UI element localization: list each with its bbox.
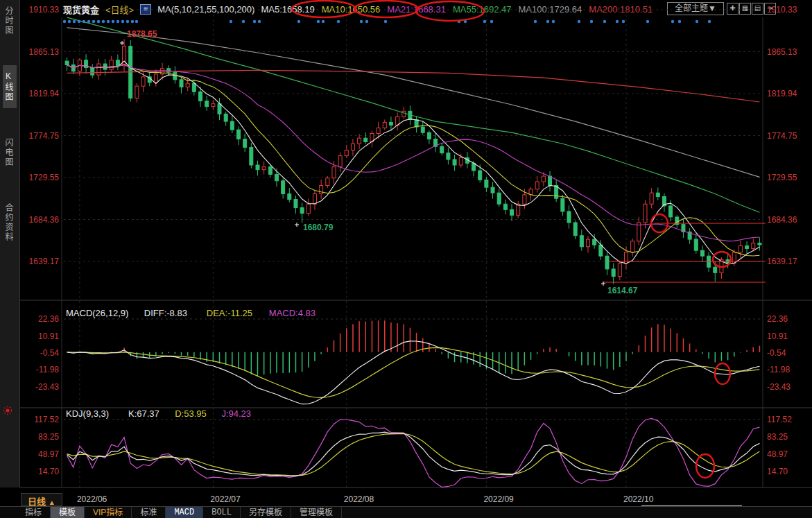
candle-body — [662, 197, 666, 206]
tab-指标[interactable]: 指标 — [17, 507, 51, 518]
candle-body — [237, 130, 241, 139]
chart-panel-icon[interactable]: ▦ — [739, 3, 751, 15]
candle-body — [199, 92, 202, 101]
signal-dot — [490, 20, 493, 23]
tab-标准[interactable]: 标准 — [132, 507, 166, 518]
theme-select-button[interactable]: 全部主题▼ — [667, 2, 724, 15]
candle-body — [396, 116, 399, 125]
signal-dot — [63, 20, 66, 23]
chart-canvas[interactable]: 1910.331910.331865.131865.131819.941819.… — [0, 0, 812, 518]
date-label: 2022/10 — [623, 494, 654, 504]
candle-body — [129, 46, 132, 98]
ma-line-MA55 — [67, 17, 760, 212]
axis-label: -0.54 — [767, 348, 786, 358]
axis-label: 14.70 — [767, 467, 788, 476]
tab-管理模板[interactable]: 管理模板 — [291, 507, 342, 518]
candle-body — [542, 176, 545, 182]
signal-dot — [230, 20, 232, 23]
indicator-legend: MACD(26,12,9) — [66, 308, 128, 318]
candle-body — [517, 204, 520, 215]
axis-label: 1819.94 — [767, 89, 797, 98]
axis-label: -23.43 — [35, 382, 59, 392]
axis-label: -11.98 — [36, 365, 59, 374]
period-select-button[interactable]: 日线 ▲ — [21, 493, 62, 506]
signal-dot — [590, 20, 593, 23]
candle-body — [218, 104, 221, 114]
indicator-legend: D:53.95 — [175, 408, 207, 419]
tab-模板[interactable]: 模板 — [51, 507, 85, 518]
chart-header: 现货黄金 <日线> ≋ MA(5,10,21,55,100,200) MA5:1… — [63, 2, 653, 16]
candle-body — [688, 232, 691, 239]
signal-dot — [107, 20, 110, 23]
candle-body — [726, 260, 729, 264]
trading-app-window: { "header": { "title": "现货黄金", "period":… — [0, 0, 812, 518]
candle-body — [205, 101, 209, 107]
signal-dot — [322, 20, 325, 23]
ma-value: MA200:1810.51 — [589, 4, 653, 15]
ma-line-MA21 — [67, 64, 760, 241]
axis-label: 48.97 — [38, 449, 59, 459]
candle-body — [758, 243, 761, 245]
signal-dot — [121, 20, 124, 23]
crosshair-icon[interactable]: ✚ — [727, 3, 738, 15]
sidebar-item-K线图[interactable]: K线图 — [3, 65, 17, 108]
candlestick-mini-icon[interactable]: ≋ — [140, 4, 151, 15]
period-button-label: 日线 — [28, 497, 46, 507]
candle-body — [593, 239, 596, 245]
kdj-layer — [67, 418, 760, 487]
axis-label: 22.36 — [38, 314, 59, 324]
left-sidebar: 分时图K线图闪电图合约资料 — [0, 0, 20, 487]
tab-MACD[interactable]: MACD — [166, 507, 203, 518]
candle-body — [402, 111, 406, 116]
candle-body — [656, 193, 659, 196]
signal-dot — [73, 20, 76, 23]
candle-body — [294, 200, 297, 208]
candle-body — [669, 206, 673, 217]
tab-VIP指标[interactable]: VIP指标 — [85, 507, 132, 518]
signal-dot — [678, 20, 681, 23]
sidebar-item-闪电图[interactable]: 闪电图 — [3, 132, 17, 173]
candle-body — [694, 239, 698, 250]
ma-value: MA10:1650.56 — [322, 4, 381, 15]
axis-label: 10.91 — [767, 331, 788, 341]
hand-drawn-circle — [651, 214, 668, 232]
candle-body — [180, 80, 183, 87]
candle-body — [561, 198, 564, 211]
candle-body — [605, 256, 609, 269]
tab-另存模板[interactable]: 另存模板 — [241, 507, 291, 518]
candle-body — [555, 185, 558, 198]
candle-body — [510, 209, 514, 215]
signal-dot — [622, 20, 625, 23]
candle-body — [485, 180, 488, 187]
candle-body — [326, 178, 329, 186]
signal-dot — [317, 20, 320, 23]
candle-body — [440, 146, 444, 153]
zoom-range-indicator[interactable] — [641, 505, 742, 506]
ma-value: MA100:1729.64 — [519, 4, 582, 15]
exit-icon[interactable]: ⇥ — [764, 3, 776, 15]
candle-body — [161, 69, 164, 74]
indicator-legend: J:94.23 — [221, 408, 251, 419]
candle-body — [465, 157, 469, 163]
candle-body — [116, 60, 119, 66]
candle-body — [300, 208, 304, 214]
candle-body — [707, 256, 711, 267]
signal-dot — [242, 20, 245, 23]
sidebar-item-分时图[interactable]: 分时图 — [3, 0, 17, 42]
k-line — [67, 432, 760, 476]
diff-line — [67, 341, 760, 404]
chart-panel-alt-icon[interactable]: ▤ — [752, 3, 763, 15]
signal-dot — [696, 20, 698, 23]
candle-body — [459, 157, 463, 165]
candle-body — [529, 189, 533, 195]
candle-body — [320, 185, 323, 193]
candle-body — [447, 153, 450, 159]
tab-BOLL[interactable]: BOLL — [203, 507, 241, 518]
candle-body — [618, 264, 621, 277]
candle-body — [738, 245, 742, 252]
candle-body — [364, 138, 368, 141]
sidebar-item-合约资料[interactable]: 合约资料 — [3, 197, 17, 248]
axis-label: 1639.17 — [767, 257, 797, 266]
candle-body — [548, 176, 552, 185]
ma-params-label: MA(5,10,21,55,100,200) — [157, 4, 254, 15]
